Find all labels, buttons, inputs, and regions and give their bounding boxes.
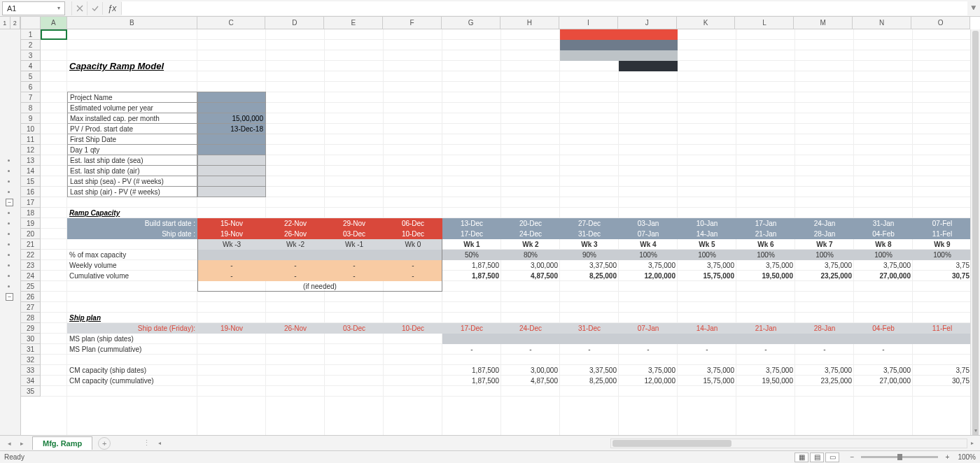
cumulative-volume[interactable]: 30,75 [913,271,972,281]
row-header-12[interactable]: 12 [21,145,40,155]
zoom-out-button[interactable]: − [847,453,857,461]
view-page-break-button[interactable]: ▭ [825,453,839,462]
cumulative-volume[interactable]: 1,87,500 [442,271,501,281]
cm-capacity[interactable]: 3,75,000 [619,365,678,376]
cm-capacity[interactable]: 3,37,500 [560,365,619,376]
row-header-14[interactable]: 14 [21,166,40,176]
pct-max-capacity[interactable] [325,250,384,260]
cm-capacity[interactable]: 3,75,000 [854,365,913,376]
row-header-17[interactable]: 17 [21,197,40,208]
ms-plan-cum[interactable]: - [619,344,678,355]
pct-max-capacity[interactable]: 50% [442,250,501,260]
ms-plan-cum[interactable]: - [854,344,913,355]
column-header-L[interactable]: L [735,17,794,29]
ms-plan-cum[interactable]: - [736,344,795,355]
weekly-volume[interactable]: 1,87,500 [442,260,501,271]
row-header-32[interactable]: 32 [21,355,40,365]
row-header-6[interactable]: 6 [21,82,40,92]
ms-plan-cum[interactable]: - [442,344,501,355]
horizontal-scrollbar[interactable] [610,439,967,448]
project-value[interactable]: 15,00,000 [197,113,266,124]
color-bar[interactable] [560,50,678,61]
row-header-24[interactable]: 24 [21,271,40,281]
weekly-volume[interactable]: - [325,260,384,271]
project-value[interactable] [197,134,266,145]
ms-plan-cum[interactable]: - [678,344,736,355]
fx-button[interactable]: ƒx [102,2,122,15]
cumulative-volume[interactable]: - [384,271,442,281]
cumulative-volume[interactable]: 23,25,000 [795,271,854,281]
ms-plan-cum[interactable]: - [501,344,560,355]
column-header-E[interactable]: E [324,17,383,29]
add-sheet-button[interactable]: + [98,437,111,450]
pct-max-capacity[interactable]: 80% [501,250,560,260]
project-value[interactable] [197,165,266,176]
row-header-27[interactable]: 27 [21,302,40,313]
pct-max-capacity[interactable]: 100% [619,250,678,260]
outline-level-2[interactable]: 2 [10,17,21,29]
weekly-volume[interactable]: - [266,260,325,271]
selected-cell[interactable] [41,29,67,40]
row-header-29[interactable]: 29 [21,323,40,334]
column-header-D[interactable]: D [265,17,324,29]
row-header-16[interactable]: 16 [21,187,40,197]
weekly-volume[interactable]: - [384,260,442,271]
cumulative-volume[interactable]: - [266,271,325,281]
pct-max-capacity[interactable]: 100% [795,250,854,260]
row-header-19[interactable]: 19 [21,218,40,229]
row-header-28[interactable]: 28 [21,313,40,323]
scroll-down-icon[interactable]: ▾ [971,425,980,435]
row-header-2[interactable]: 2 [21,40,40,50]
column-header-C[interactable]: C [197,17,266,29]
cm-capacity-cum[interactable]: 27,00,000 [854,376,913,386]
cumulative-volume[interactable]: 15,75,000 [678,271,736,281]
outline-level-1[interactable]: 1 [0,17,10,29]
vscroll-thumb[interactable] [972,31,979,435]
pct-max-capacity[interactable]: 100% [854,250,913,260]
weekly-volume[interactable]: 3,75,000 [619,260,678,271]
row-header-21[interactable]: 21 [21,239,40,250]
row-header-23[interactable]: 23 [21,260,40,271]
cm-capacity-cum[interactable]: 19,50,000 [736,376,795,386]
column-header-A[interactable]: A [41,17,67,29]
row-header-31[interactable]: 31 [21,344,40,355]
row-header-35[interactable]: 35 [21,386,40,397]
ms-plan-cum[interactable]: - [795,344,854,355]
row-header-1[interactable]: 1 [21,29,40,40]
weekly-volume[interactable]: 3,75,000 [678,260,736,271]
cm-capacity-cum[interactable]: 15,75,000 [678,376,736,386]
row-header-22[interactable]: 22 [21,250,40,260]
cm-capacity-cum[interactable]: 8,25,000 [560,376,619,386]
pct-max-capacity[interactable]: 90% [560,250,619,260]
cumulative-volume[interactable]: 12,00,000 [619,271,678,281]
weekly-volume[interactable]: 3,00,000 [501,260,560,271]
view-normal-button[interactable]: ▦ [794,453,808,462]
row-header-9[interactable]: 9 [21,113,40,124]
weekly-volume[interactable]: - [197,260,266,271]
split-handle[interactable]: ⋮ [139,439,155,448]
cm-capacity[interactable]: 3,75,000 [795,365,854,376]
row-header-34[interactable]: 34 [21,376,40,386]
expand-formula-icon[interactable]: ⯆ [967,5,980,11]
weekly-volume[interactable]: 3,75,000 [736,260,795,271]
dropdown-icon[interactable]: ▾ [57,5,60,11]
cm-capacity-cum[interactable]: 4,87,500 [501,376,560,386]
project-value[interactable] [197,186,266,197]
cm-capacity-cum[interactable]: 23,25,000 [795,376,854,386]
cumulative-volume[interactable]: 19,50,000 [736,271,795,281]
hscroll-left-icon[interactable]: ◂ [155,440,164,446]
cm-capacity[interactable]: 3,75 [913,365,972,376]
column-header-J[interactable]: J [618,17,677,29]
row-header-20[interactable]: 20 [21,229,40,239]
cumulative-volume[interactable]: 27,00,000 [854,271,913,281]
cm-capacity[interactable]: 3,75,000 [736,365,795,376]
row-header-10[interactable]: 10 [21,124,40,134]
cancel-button[interactable] [71,1,87,15]
cumulative-volume[interactable]: 4,87,500 [501,271,560,281]
row-header-18[interactable]: 18 [21,208,40,218]
weekly-volume[interactable]: 3,75,000 [854,260,913,271]
tab-nav-next[interactable]: ▸ [15,440,28,447]
pct-max-capacity[interactable] [197,250,266,260]
color-bar[interactable] [560,40,678,50]
zoom-in-button[interactable]: + [942,453,952,461]
